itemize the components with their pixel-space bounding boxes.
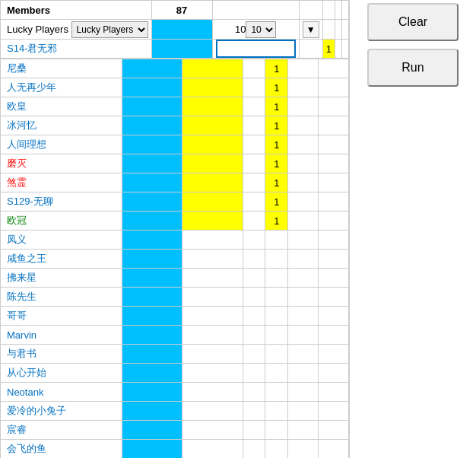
row-5-col10 [182, 135, 243, 154]
table-row: 凤义 [1, 231, 349, 250]
row-0-e2 [342, 40, 349, 59]
row-13-arrow [243, 288, 265, 307]
table-row: 人无再少年 1 [1, 78, 349, 97]
row-0-arrow [299, 40, 322, 59]
row-6-col87 [122, 154, 182, 173]
row-12-col87 [122, 269, 182, 288]
table-row: 宸睿 [1, 421, 349, 440]
row-15-col10 [182, 326, 243, 345]
row-6-e2 [319, 154, 349, 173]
row-17-val [265, 364, 288, 383]
row-5-arrow [243, 135, 265, 154]
row-5-e2 [319, 135, 349, 154]
row-13-col87 [122, 288, 182, 307]
lucky-empty3 [342, 20, 349, 40]
row-15-val [265, 326, 288, 345]
row-16-e1 [288, 345, 319, 364]
table-row: 与君书 [1, 345, 349, 364]
row-7-arrow [243, 173, 265, 192]
row-9-name: 欧冠 [1, 212, 122, 231]
row-6-arrow [243, 154, 265, 173]
sort-arrow-button[interactable]: ▼ [303, 21, 319, 38]
table-row: 哥哥 [1, 307, 349, 326]
row-4-col10 [182, 116, 243, 135]
row-3-name: 欧皇 [1, 97, 122, 116]
row-15-e1 [288, 326, 319, 345]
row-5-name: 人间理想 [1, 135, 122, 154]
table-row: 欧皇 1 [1, 97, 349, 116]
row-17-e2 [319, 364, 349, 383]
col-empty-b [322, 1, 335, 20]
row-1-name: 尼桑 [1, 59, 122, 78]
row-11-e2 [319, 250, 349, 269]
col10-select[interactable]: 10 [246, 21, 276, 38]
row-3-col87 [122, 97, 182, 116]
row-14-col87 [122, 307, 182, 326]
row-5-e1 [288, 135, 319, 154]
row-19-col10 [182, 402, 243, 421]
row-11-e1 [288, 250, 319, 269]
row-0-val: 1 [322, 40, 335, 59]
row-3-val: 1 [265, 97, 288, 116]
row-4-val: 1 [265, 116, 288, 135]
row-16-name: 与君书 [1, 345, 122, 364]
row-4-name: 冰河忆 [1, 116, 122, 135]
row-17-e1 [288, 364, 319, 383]
row-11-col10 [182, 250, 243, 269]
row-5-val: 1 [265, 135, 288, 154]
row-13-e1 [288, 288, 319, 307]
col-empty-c [335, 1, 342, 20]
table-row: Neotank [1, 383, 349, 402]
row-19-col87 [122, 402, 182, 421]
row-9-arrow [243, 212, 265, 231]
table-row: 煞霊 1 [1, 173, 349, 192]
row-7-col87 [122, 173, 182, 192]
row-18-val [265, 383, 288, 402]
row-9-e2 [319, 212, 349, 231]
col87-lucky [151, 20, 212, 40]
row-7-e2 [319, 173, 349, 192]
row-9-e1 [288, 212, 319, 231]
col-empty-a [299, 1, 322, 20]
row-10-e1 [288, 231, 319, 250]
lucky-players-label: Lucky Players [7, 24, 68, 35]
row-15-arrow [243, 326, 265, 345]
run-button[interactable]: Run [367, 49, 459, 87]
table-row: 咸鱼之王 [1, 250, 349, 269]
row-7-e1 [288, 173, 319, 192]
table-row: 陈先生 [1, 288, 349, 307]
row-2-col10 [182, 78, 243, 97]
row-4-e1 [288, 116, 319, 135]
row-10-e2 [319, 231, 349, 250]
table-row: 人间理想 1 [1, 135, 349, 154]
row-17-arrow [243, 364, 265, 383]
lucky-arrow-cell: ▼ [299, 20, 322, 40]
row-14-arrow [243, 307, 265, 326]
row-19-arrow [243, 402, 265, 421]
row-8-e1 [288, 192, 319, 212]
table-row: 爱冷的小兔子 [1, 402, 349, 421]
row-0-col10[interactable] [212, 40, 299, 59]
lucky-players-cell: Lucky Players Lucky Players [1, 20, 152, 40]
row-15-col87 [122, 326, 182, 345]
row-14-col10 [182, 307, 243, 326]
lucky-players-dropdown[interactable]: Lucky Players [71, 21, 148, 38]
row-13-col10 [182, 288, 243, 307]
lucky-empty1 [322, 20, 335, 40]
row-14-e1 [288, 307, 319, 326]
row-12-e1 [288, 269, 319, 288]
clear-button[interactable]: Clear [367, 3, 459, 41]
row-20-e1 [288, 421, 319, 440]
row-18-name: Neotank [1, 383, 122, 402]
row-21-col10 [182, 440, 243, 459]
row-10-col87 [122, 231, 182, 250]
row-0-input[interactable] [216, 40, 296, 58]
row-10-col10 [182, 231, 243, 250]
row-20-col87 [122, 421, 182, 440]
row-12-val [265, 269, 288, 288]
row-9-col10 [182, 212, 243, 231]
table-row: 拂来星 [1, 269, 349, 288]
row-2-name: 人无再少年 [1, 78, 122, 97]
row-4-arrow [243, 116, 265, 135]
row-9-col87 [122, 212, 182, 231]
